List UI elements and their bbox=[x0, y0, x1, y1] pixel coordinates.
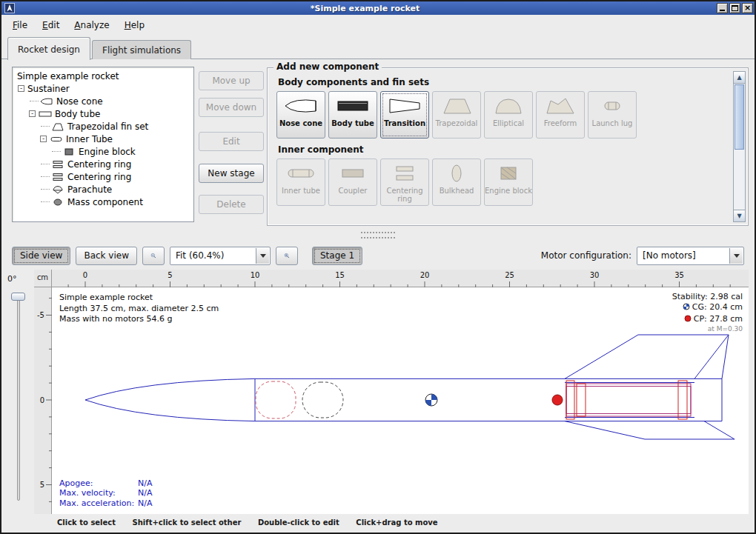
component-tree[interactable]: Simple example rocket-SustainerNose cone… bbox=[12, 67, 194, 222]
splitter-grip[interactable] bbox=[361, 237, 395, 238]
chevron-down-icon[interactable] bbox=[256, 248, 269, 264]
tree-item-trapezoidal-fin-set[interactable]: Trapezoidal fin set bbox=[14, 120, 192, 133]
tab-flight-simulations[interactable]: Flight simulations bbox=[92, 40, 191, 59]
motor-config-select[interactable]: [No motors] bbox=[637, 247, 744, 265]
scrollbar-thumb[interactable] bbox=[735, 84, 744, 150]
component-button-label: Body tube bbox=[331, 119, 374, 127]
tree-item-inner-tube[interactable]: -Inner Tube bbox=[14, 133, 192, 145]
add-launch-lug-button[interactable]: Launch lug bbox=[588, 91, 637, 138]
back-view-button[interactable]: Back view bbox=[76, 247, 137, 265]
add-freeform-button[interactable]: Freeform bbox=[536, 91, 585, 138]
menu-help[interactable]: Help bbox=[118, 17, 151, 33]
rocket-canvas-zone: 0° cm 05101520253035 -505 bbox=[1, 270, 756, 514]
hint-double-click: Double-click to edit bbox=[258, 518, 339, 527]
add-transition-button[interactable]: Transition bbox=[380, 91, 429, 138]
add-inner-tube-button[interactable]: Inner tube bbox=[276, 158, 325, 206]
zoom-select[interactable]: Fit (60.4%) bbox=[170, 247, 271, 265]
add-coupler-button[interactable]: Coupler bbox=[328, 158, 377, 206]
tree-item-label: Parachute bbox=[67, 184, 112, 195]
bulkhead-icon bbox=[440, 163, 474, 186]
delete-button[interactable]: Delete bbox=[199, 195, 264, 214]
window-icon[interactable] bbox=[4, 3, 15, 13]
edit-button[interactable]: Edit bbox=[199, 132, 264, 151]
scroll-up-button[interactable]: ▲ bbox=[734, 72, 745, 84]
tree-expander-icon[interactable]: - bbox=[18, 85, 24, 92]
tree-connector bbox=[52, 151, 61, 152]
component-button-label: Coupler bbox=[339, 187, 368, 195]
move-up-button[interactable]: Move up bbox=[199, 71, 264, 90]
inner-tube-icon bbox=[50, 135, 63, 144]
add-body-tube-button[interactable]: Body tube bbox=[328, 91, 377, 138]
close-button[interactable]: × bbox=[742, 3, 753, 13]
status-bar: Click to select Shift+click to select ot… bbox=[1, 514, 755, 534]
component-button-label: Bulkhead bbox=[440, 187, 474, 195]
centering-ring-icon bbox=[51, 160, 64, 169]
tree-item-label: Centering ring bbox=[67, 159, 131, 170]
component-scrollbar[interactable]: ▲ ▼ bbox=[733, 71, 746, 222]
ruler-unit-label: cm bbox=[34, 270, 52, 287]
tree-action-buttons: Move upMove downEditNew stageDelete bbox=[199, 71, 264, 214]
motor-config-value: [No motors] bbox=[643, 250, 696, 261]
trapezoidal-icon bbox=[440, 96, 474, 119]
horizontal-ruler: 05101520253035 bbox=[52, 270, 749, 287]
body-tube-icon bbox=[39, 110, 52, 119]
rocket-mass: Mass with no motors 54.6 g bbox=[59, 314, 219, 325]
add-trapezoidal-button[interactable]: Trapezoidal bbox=[432, 91, 481, 138]
launch-lug-icon bbox=[595, 96, 629, 119]
tab-rocket-design[interactable]: Rocket design bbox=[7, 37, 90, 60]
add-engine-block-button[interactable]: Engine block bbox=[484, 158, 533, 206]
splitter-grip[interactable] bbox=[361, 232, 395, 233]
fin-upper[interactable] bbox=[565, 335, 729, 378]
scroll-down-button[interactable]: ▼ bbox=[734, 210, 745, 221]
maximize-button[interactable] bbox=[729, 3, 740, 13]
tree-item-engine-block[interactable]: Engine block bbox=[14, 145, 192, 158]
max-velocity-label: Max. velocity: bbox=[59, 488, 138, 498]
move-down-button[interactable]: Move down bbox=[199, 98, 264, 117]
new-stage-button[interactable]: New stage bbox=[199, 164, 264, 183]
tree-expander-icon[interactable]: - bbox=[40, 136, 47, 142]
magnifier-minus-icon bbox=[150, 250, 156, 261]
titlebar[interactable]: *Simple example rocket × bbox=[1, 1, 755, 15]
svg-text:20: 20 bbox=[420, 271, 430, 279]
section-label-body-components-and-fin-sets: Body components and fin sets bbox=[278, 77, 729, 87]
tree-connector bbox=[41, 201, 50, 202]
rotation-slider[interactable] bbox=[17, 296, 20, 501]
zoom-out-button[interactable] bbox=[142, 247, 165, 265]
menu-edit[interactable]: Edit bbox=[36, 17, 66, 33]
rotation-slider-handle[interactable] bbox=[11, 293, 25, 301]
add-nose-cone-button[interactable]: Nose cone bbox=[276, 91, 325, 138]
add-centering-ring-button[interactable]: Centering ring bbox=[380, 158, 429, 206]
tree-item-parachute[interactable]: Parachute bbox=[14, 183, 192, 196]
tree-item-nose-cone[interactable]: Nose cone bbox=[14, 95, 192, 107]
add-bulkhead-button[interactable]: Bulkhead bbox=[432, 158, 481, 206]
tree-item-mass-component[interactable]: Mass component bbox=[14, 196, 192, 208]
rocket-body-outline[interactable] bbox=[85, 378, 722, 421]
rocket-drawing-area[interactable]: Simple example rocket Length 37.5 cm, ma… bbox=[52, 287, 749, 514]
svg-text:30: 30 bbox=[590, 271, 600, 279]
add-elliptical-button[interactable]: Elliptical bbox=[484, 91, 533, 138]
tree-item-sustainer[interactable]: -Sustainer bbox=[14, 82, 192, 95]
menubar: FileEditAnalyzeHelp bbox=[1, 15, 755, 35]
fin-lower[interactable] bbox=[565, 421, 735, 439]
menu-analyze[interactable]: Analyze bbox=[67, 17, 116, 33]
stage-1-toggle[interactable]: Stage 1 bbox=[312, 247, 362, 265]
zoom-select-value: Fit (60.4%) bbox=[176, 250, 224, 261]
chevron-down-icon[interactable] bbox=[729, 248, 743, 264]
motor-configuration-label: Motor configuration: bbox=[541, 250, 631, 261]
tree-expander-icon[interactable]: - bbox=[29, 110, 36, 117]
add-component-title: Add new component bbox=[273, 61, 382, 72]
tree-item-centering-ring[interactable]: Centering ring bbox=[14, 170, 192, 183]
tree-item-centering-ring[interactable]: Centering ring bbox=[14, 158, 192, 170]
side-view-button[interactable]: Side view bbox=[12, 247, 70, 265]
tree-item-body-tube[interactable]: -Body tube bbox=[14, 107, 192, 120]
component-button-label: Elliptical bbox=[493, 119, 524, 127]
stability-value: Stability: 2.98 cal bbox=[672, 292, 743, 302]
pane-splitter[interactable] bbox=[1, 227, 755, 243]
minimize-button[interactable] bbox=[717, 3, 728, 13]
svg-text:0: 0 bbox=[83, 271, 87, 279]
zoom-in-button[interactable] bbox=[276, 247, 298, 265]
menu-file[interactable]: File bbox=[6, 17, 34, 33]
max-velocity-value: N/A bbox=[138, 488, 152, 498]
tree-item-simple-example-rocket[interactable]: Simple example rocket bbox=[14, 70, 192, 82]
svg-text:5: 5 bbox=[168, 271, 172, 279]
